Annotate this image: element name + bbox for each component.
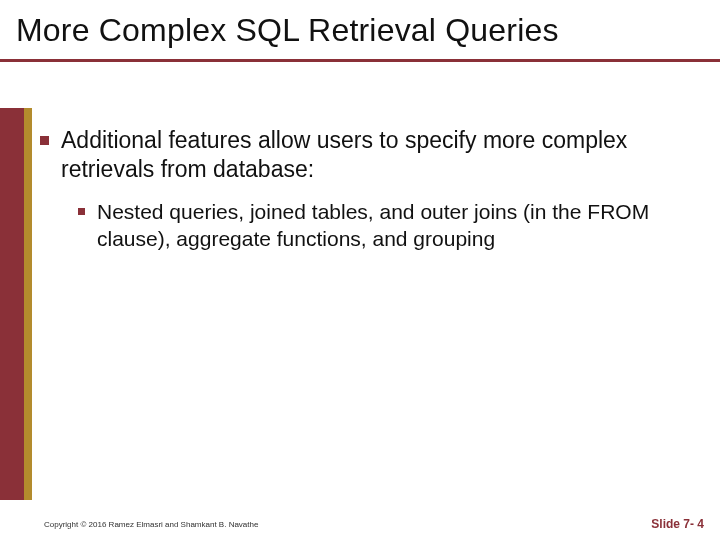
bullet-level1: Additional features allow users to speci…: [40, 126, 702, 185]
bullet-level1-text: Additional features allow users to speci…: [61, 126, 702, 185]
slide-number: Slide 7- 4: [651, 517, 704, 531]
body-area: Additional features allow users to speci…: [0, 108, 720, 500]
bullet-level2-text: Nested queries, joined tables, and outer…: [97, 199, 702, 253]
title-area: More Complex SQL Retrieval Queries: [0, 0, 720, 62]
side-accent-gold: [24, 108, 32, 500]
content: Additional features allow users to speci…: [40, 126, 702, 500]
square-bullet-icon: [40, 136, 49, 145]
slide: More Complex SQL Retrieval Queries Addit…: [0, 0, 720, 540]
footer: Copyright © 2016 Ramez Elmasri and Shamk…: [0, 508, 720, 540]
bullet-level2: Nested queries, joined tables, and outer…: [78, 199, 702, 253]
square-bullet-icon: [78, 208, 85, 215]
slide-title: More Complex SQL Retrieval Queries: [16, 12, 704, 49]
side-accent-red: [0, 108, 24, 500]
copyright-text: Copyright © 2016 Ramez Elmasri and Shamk…: [44, 520, 258, 529]
